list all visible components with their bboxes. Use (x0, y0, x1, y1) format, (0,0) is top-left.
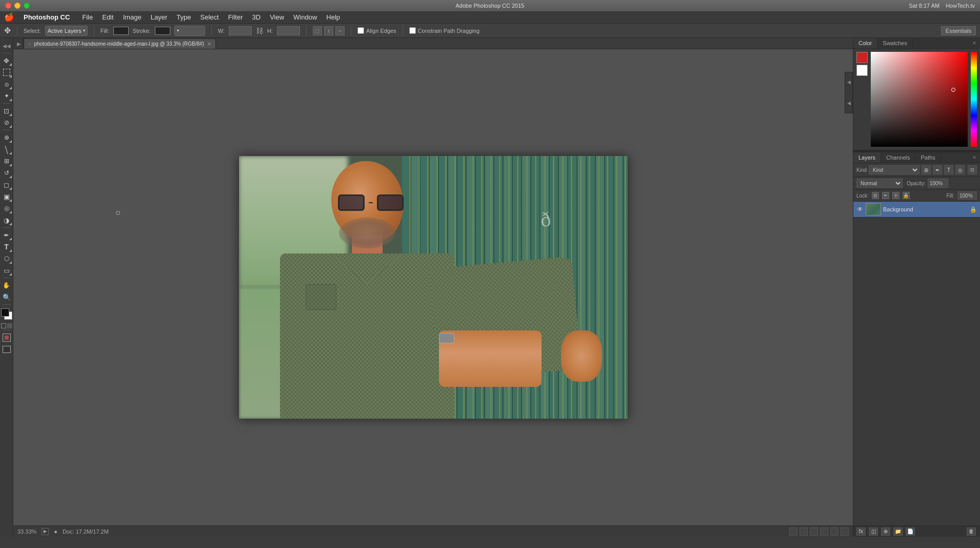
quick-mask-toggle[interactable] (1, 332, 12, 343)
layer-filter-btn4[interactable]: ◎ (955, 165, 965, 174)
move-tool[interactable]: ✥ (1, 55, 12, 66)
status-btn2[interactable] (799, 527, 808, 536)
new-layer-btn[interactable]: 📄 (906, 527, 915, 536)
new-group-btn[interactable]: 📁 (893, 527, 903, 536)
lasso-tool[interactable]: ⌾ (1, 79, 12, 90)
lock-image-pixels[interactable]: ✒ (882, 192, 889, 199)
stroke-swatch[interactable] (155, 27, 170, 35)
menu-help[interactable]: Help (322, 12, 344, 22)
menu-window[interactable]: Window (289, 12, 321, 22)
channels-tab[interactable]: Channels (881, 152, 915, 163)
eraser-tool[interactable]: ◻ (1, 179, 12, 190)
height-input[interactable] (277, 26, 300, 35)
lock-transparent-pixels[interactable]: ⊞ (872, 192, 879, 199)
app-name-menu[interactable]: Photoshop CC (19, 12, 74, 22)
pen-tool[interactable]: ✒ (1, 229, 12, 241)
default-colors-icon[interactable] (1, 323, 6, 328)
blur-tool[interactable]: ◎ (1, 203, 12, 214)
traffic-lights[interactable] (5, 3, 30, 9)
status-icon1[interactable]: ▶ (42, 528, 49, 535)
menu-image[interactable]: Image (119, 12, 146, 22)
layer-filter-btn5[interactable]: ⊡ (968, 165, 977, 174)
align-edges-label[interactable]: Align Edges (357, 27, 396, 34)
maximize-button[interactable] (24, 3, 30, 9)
status-btn5[interactable] (830, 527, 838, 536)
align-edges-checkbox[interactable] (357, 27, 364, 34)
tab-close-icon[interactable]: ✕ (207, 41, 211, 47)
panel-collapse-btn1[interactable]: ◀ (845, 72, 853, 92)
dodge-tool[interactable]: ◑ (1, 214, 12, 226)
transform-btn1[interactable]: ⬚ (313, 26, 322, 35)
layer-filter-btn1[interactable]: ⊞ (922, 165, 931, 174)
add-style-btn[interactable]: fx (856, 527, 866, 536)
panels-toggle[interactable]: ▶ (14, 38, 24, 49)
fill-swatch[interactable] (113, 27, 129, 35)
spot-heal-tool[interactable]: ⊕ (1, 132, 12, 143)
menu-view[interactable]: View (266, 12, 288, 22)
menu-edit[interactable]: Edit (98, 12, 117, 22)
menu-type[interactable]: Type (172, 12, 195, 22)
brush-tool[interactable]: ╱ (1, 144, 12, 155)
status-btn4[interactable] (820, 527, 828, 536)
width-input[interactable] (229, 26, 252, 35)
color-tab[interactable]: Color (853, 38, 877, 48)
hue-slider[interactable] (971, 52, 977, 147)
kind-select[interactable]: Kind (869, 165, 919, 174)
foreground-color-main[interactable] (856, 52, 868, 63)
swap-colors-icon[interactable] (7, 323, 12, 328)
status-btn6[interactable] (841, 527, 849, 536)
layers-tab[interactable]: Layers (853, 152, 881, 163)
color-swatches[interactable] (1, 308, 12, 320)
zoom-tool[interactable]: 🔍 (1, 291, 12, 303)
apple-menu[interactable]: 🍎 (4, 12, 14, 22)
delete-layer-btn[interactable]: 🗑 (967, 527, 976, 536)
color-panel-menu[interactable]: ≡ (969, 38, 980, 48)
chain-icon[interactable]: ⛓ (256, 27, 263, 35)
toolbar-collapse[interactable]: ◀◀ (1, 40, 12, 51)
status-btn3[interactable] (810, 527, 818, 536)
paths-tab[interactable]: Paths (916, 152, 941, 163)
opacity-input[interactable]: 100% (928, 179, 948, 188)
hand-tool[interactable]: ✋ (1, 280, 12, 291)
stroke-size-dropdown[interactable]: ▾ (174, 26, 205, 36)
path-select-tool[interactable]: ⬡ (1, 253, 12, 264)
menu-file[interactable]: File (78, 12, 97, 22)
active-layers-dropdown[interactable]: Active Layers ▾ (45, 26, 88, 36)
clone-stamp-tool[interactable]: ⊞ (1, 155, 12, 167)
screen-mode-btn[interactable] (3, 346, 11, 353)
transform-btn2[interactable]: ↕ (324, 26, 333, 35)
menu-3d[interactable]: 3D (248, 12, 265, 22)
background-layer[interactable]: 👁 Background 🔒 (853, 202, 980, 218)
history-brush-tool[interactable]: ↺ (1, 167, 12, 179)
canvas-content[interactable]: ð (13, 49, 853, 525)
swatches-tab[interactable]: Swatches (877, 38, 913, 48)
lock-position[interactable]: ✛ (892, 192, 899, 199)
gradient-tool[interactable]: ▣ (1, 191, 12, 202)
menu-select[interactable]: Select (196, 12, 223, 22)
foreground-color-swatch[interactable] (1, 308, 9, 317)
minimize-button[interactable] (14, 3, 21, 9)
text-tool[interactable]: T (1, 241, 12, 252)
blend-mode-select[interactable]: Normal Multiply Screen Overlay (856, 179, 903, 188)
layers-panel-menu[interactable]: ≡ (969, 152, 980, 163)
constrain-path-checkbox[interactable] (409, 27, 416, 34)
select-tool[interactable] (1, 67, 12, 78)
layer-filter-btn3[interactable]: T (944, 165, 953, 174)
eyedropper-tool[interactable]: ⊘ (1, 117, 12, 128)
add-mask-btn[interactable]: ◫ (869, 527, 878, 536)
transform-btn3[interactable]: ↔ (335, 26, 345, 35)
status-btn1[interactable] (789, 527, 797, 536)
constrain-path-label[interactable]: Constrain Path Dragging (409, 27, 479, 34)
menu-filter[interactable]: Filter (224, 12, 247, 22)
color-spectrum[interactable] (871, 52, 968, 147)
document-tab[interactable]: ○ photodune-9708307-handsome-middle-aged… (24, 38, 216, 49)
fill-input[interactable] (957, 191, 977, 200)
crop-tool[interactable]: ⊡ (1, 105, 12, 116)
new-fill-btn[interactable]: ⊕ (881, 527, 890, 536)
essentials-button[interactable]: Essentials (941, 26, 976, 35)
layer-filter-btn2[interactable]: ✒ (933, 165, 942, 174)
lock-all[interactable]: 🔒 (903, 192, 910, 199)
layer-visibility-toggle[interactable]: 👁 (856, 206, 864, 213)
close-button[interactable] (5, 3, 11, 9)
panel-collapse-btn2[interactable]: ◀ (845, 93, 853, 113)
